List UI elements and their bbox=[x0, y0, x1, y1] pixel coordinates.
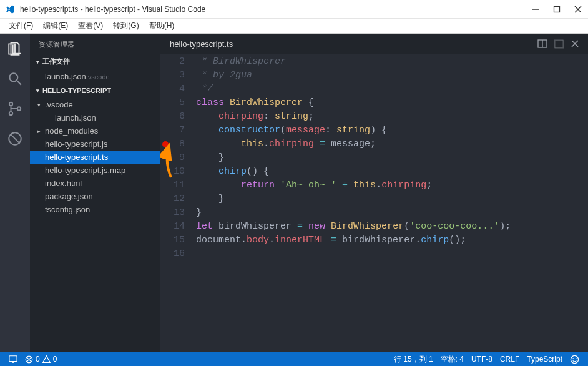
svg-point-24 bbox=[576, 358, 577, 359]
sidebar-section-project[interactable]: ▾ HELLO-TYPESCRIPT bbox=[30, 84, 160, 97]
close-button[interactable] bbox=[573, 4, 583, 14]
svg-line-10 bbox=[10, 134, 19, 143]
sidebar: 资源管理器 ▾ 工作文件 launch.json .vscode ▾ HELLO… bbox=[30, 34, 160, 352]
svg-point-8 bbox=[17, 107, 21, 110]
svg-point-4 bbox=[9, 73, 17, 81]
sidebar-section-label: HELLO-TYPESCRIPT bbox=[42, 87, 111, 94]
tree-file[interactable]: hello-typescript.ts bbox=[30, 151, 160, 164]
status-feedback-icon[interactable] bbox=[566, 352, 583, 366]
sidebar-section-label: 工作文件 bbox=[42, 57, 70, 66]
status-errors-count: 0 bbox=[36, 355, 40, 364]
maximize-button[interactable] bbox=[552, 4, 562, 14]
tree-file[interactable]: tsconfig.json bbox=[30, 203, 160, 216]
chevron-down-icon: ▾ bbox=[36, 87, 42, 94]
svg-line-5 bbox=[17, 81, 21, 85]
svg-point-22 bbox=[571, 355, 578, 363]
breakpoint-icon[interactable] bbox=[162, 141, 169, 147]
menu-bar: 文件(F) 编辑(E) 查看(V) 转到(G) 帮助(H) bbox=[0, 19, 588, 34]
tree-file[interactable]: hello-typescript.js.map bbox=[30, 164, 160, 177]
menu-view[interactable]: 查看(V) bbox=[74, 19, 107, 32]
menu-goto[interactable]: 转到(G) bbox=[109, 19, 142, 32]
editor: hello-typescript.ts 23456789101112131415… bbox=[160, 34, 588, 352]
svg-point-7 bbox=[9, 112, 12, 115]
status-cursor[interactable]: 行 15，列 1 bbox=[390, 352, 437, 366]
git-icon[interactable] bbox=[6, 100, 24, 117]
status-eol[interactable]: CRLF bbox=[496, 352, 523, 366]
chevron-down-icon: ▾ bbox=[36, 59, 42, 65]
menu-file[interactable]: 文件(F) bbox=[5, 19, 37, 32]
tree-file[interactable]: package.json bbox=[30, 190, 160, 203]
tree-folder[interactable]: ▾.vscode bbox=[30, 98, 160, 111]
vscode-icon bbox=[5, 4, 15, 14]
tree-file[interactable]: index.html bbox=[30, 177, 160, 190]
more-icon[interactable] bbox=[552, 37, 566, 51]
split-editor-icon[interactable] bbox=[536, 37, 549, 51]
search-icon[interactable] bbox=[6, 70, 24, 87]
tab-hello-typescript[interactable]: hello-typescript.ts bbox=[166, 39, 237, 49]
status-remote-icon[interactable] bbox=[5, 352, 21, 366]
sidebar-title: 资源管理器 bbox=[30, 34, 160, 54]
svg-point-6 bbox=[9, 102, 12, 106]
file-tree: ▾.vscodelaunch.json▸node_moduleshello-ty… bbox=[30, 97, 160, 217]
status-problems[interactable]: 0 0 bbox=[21, 352, 61, 366]
activity-bar bbox=[0, 34, 30, 352]
workfile-item[interactable]: launch.json .vscode bbox=[30, 70, 160, 83]
status-bar: 0 0 行 15，列 1 空格: 4 UTF-8 CRLF TypeScript bbox=[0, 352, 588, 366]
status-spaces[interactable]: 空格: 4 bbox=[437, 352, 468, 366]
gutter: 2345678910111213141516 bbox=[160, 54, 196, 352]
title-bar: hello-typescript.ts - hello-typescript -… bbox=[0, 0, 588, 19]
editor-tabs: hello-typescript.ts bbox=[160, 34, 588, 54]
code-content[interactable]: * BirdWhisperer * by 2gua */class BirdWh… bbox=[196, 54, 588, 352]
status-encoding[interactable]: UTF-8 bbox=[468, 352, 496, 366]
status-warnings-count: 0 bbox=[53, 355, 57, 364]
window-title: hello-typescript.ts - hello-typescript -… bbox=[20, 5, 531, 14]
svg-rect-1 bbox=[554, 6, 560, 12]
minimize-button[interactable] bbox=[531, 4, 541, 14]
menu-edit[interactable]: 编辑(E) bbox=[39, 19, 72, 32]
close-tab-icon[interactable] bbox=[568, 37, 582, 51]
svg-rect-13 bbox=[554, 40, 563, 47]
status-language[interactable]: TypeScript bbox=[523, 352, 566, 366]
tree-file[interactable]: launch.json bbox=[30, 111, 160, 124]
code-area[interactable]: 2345678910111213141516 * BirdWhisperer *… bbox=[160, 54, 588, 352]
svg-rect-17 bbox=[9, 356, 17, 362]
debug-icon[interactable] bbox=[6, 130, 24, 147]
svg-rect-14 bbox=[555, 41, 564, 48]
sidebar-section-workfiles[interactable]: ▾ 工作文件 bbox=[30, 54, 160, 69]
tree-folder[interactable]: ▸node_modules bbox=[30, 124, 160, 137]
svg-point-23 bbox=[572, 358, 574, 359]
tree-file[interactable]: hello-typescript.js bbox=[30, 137, 160, 151]
explorer-icon[interactable] bbox=[6, 40, 24, 57]
menu-help[interactable]: 帮助(H) bbox=[145, 19, 179, 32]
window-controls bbox=[531, 4, 583, 14]
workfiles-list: launch.json .vscode bbox=[30, 69, 160, 84]
